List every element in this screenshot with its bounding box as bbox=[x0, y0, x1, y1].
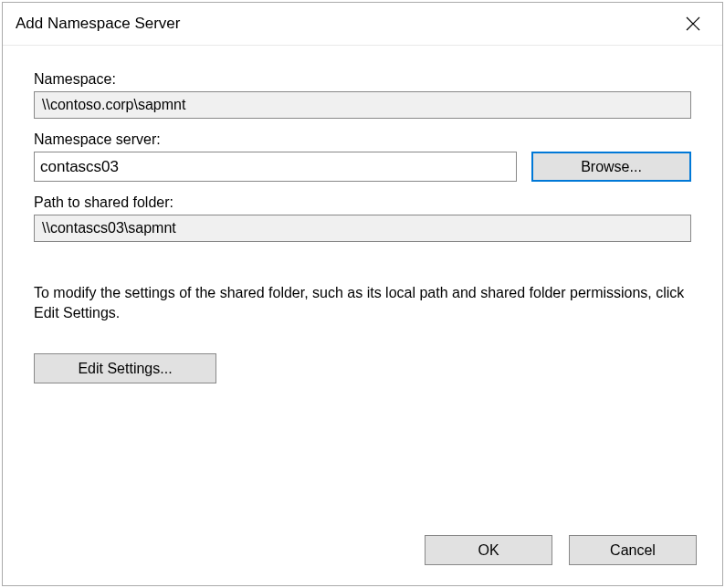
dialog-title: Add Namespace Server bbox=[16, 15, 180, 33]
namespace-label: Namespace: bbox=[34, 71, 691, 88]
add-namespace-server-dialog: Add Namespace Server Namespace: Namespac… bbox=[2, 2, 723, 586]
close-button[interactable] bbox=[675, 10, 711, 37]
path-label: Path to shared folder: bbox=[34, 194, 691, 211]
close-icon bbox=[686, 16, 700, 31]
dialog-content: Namespace: Namespace server: Browse... P… bbox=[3, 46, 722, 519]
namespace-server-label: Namespace server: bbox=[34, 131, 691, 148]
browse-button[interactable]: Browse... bbox=[531, 152, 691, 182]
dialog-footer: OK Cancel bbox=[3, 519, 722, 585]
titlebar: Add Namespace Server bbox=[3, 3, 722, 46]
path-field bbox=[34, 215, 691, 242]
ok-button[interactable]: OK bbox=[425, 535, 552, 565]
edit-settings-button[interactable]: Edit Settings... bbox=[34, 353, 216, 383]
cancel-button[interactable]: Cancel bbox=[569, 535, 697, 565]
namespace-field bbox=[34, 91, 691, 119]
help-text: To modify the settings of the shared fol… bbox=[34, 283, 691, 322]
namespace-server-input[interactable] bbox=[34, 152, 517, 182]
